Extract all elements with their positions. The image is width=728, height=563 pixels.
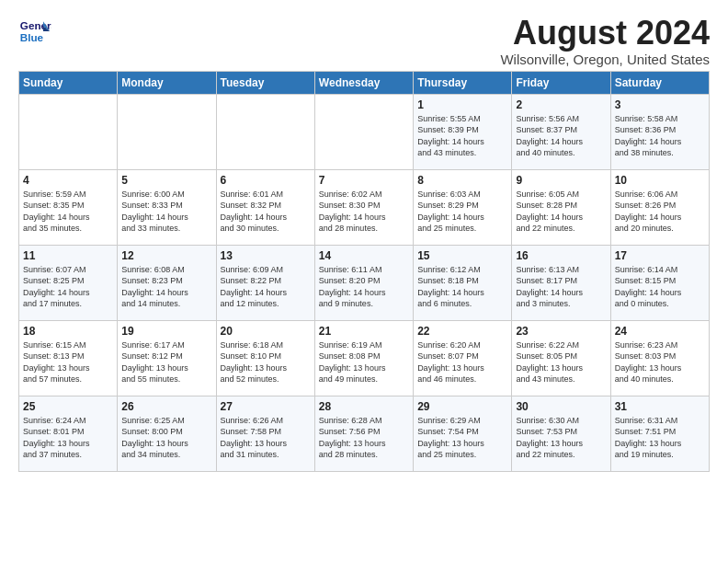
calendar-cell [118,94,216,169]
calendar-cell: 24Sunrise: 6:23 AM Sunset: 8:03 PM Dayli… [610,320,709,396]
day-info: Sunrise: 5:55 AM Sunset: 8:39 PM Dayligh… [417,113,507,159]
day-info: Sunrise: 6:13 AM Sunset: 8:17 PM Dayligh… [516,264,606,310]
calendar-cell: 15Sunrise: 6:12 AM Sunset: 8:18 PM Dayli… [414,245,512,320]
calendar-table: SundayMondayTuesdayWednesdayThursdayFrid… [18,71,710,472]
calendar-cell: 23Sunrise: 6:22 AM Sunset: 8:05 PM Dayli… [512,320,610,396]
day-number: 17 [615,249,705,262]
day-header-wednesday: Wednesday [314,71,413,94]
calendar-cell: 20Sunrise: 6:18 AM Sunset: 8:10 PM Dayli… [216,320,314,396]
day-info: Sunrise: 6:20 AM Sunset: 8:07 PM Dayligh… [417,339,507,385]
day-info: Sunrise: 6:23 AM Sunset: 8:03 PM Dayligh… [615,339,705,385]
day-number: 18 [23,325,113,338]
calendar-cell: 14Sunrise: 6:11 AM Sunset: 8:20 PM Dayli… [314,245,413,320]
day-header-saturday: Saturday [610,71,709,94]
calendar-cell: 31Sunrise: 6:31 AM Sunset: 7:51 PM Dayli… [610,396,709,471]
day-number: 12 [121,249,211,262]
day-number: 29 [417,400,507,413]
day-header-thursday: Thursday [414,71,512,94]
day-info: Sunrise: 6:28 AM Sunset: 7:56 PM Dayligh… [319,415,409,461]
calendar-cell [314,94,413,169]
calendar-cell: 16Sunrise: 6:13 AM Sunset: 8:17 PM Dayli… [512,245,610,320]
day-number: 19 [121,325,211,338]
title-area: August 2024 Wilsonville, Oregon, United … [500,15,710,67]
day-info: Sunrise: 6:31 AM Sunset: 7:51 PM Dayligh… [615,415,705,461]
day-info: Sunrise: 6:05 AM Sunset: 8:28 PM Dayligh… [516,189,606,235]
day-number: 6 [221,174,311,187]
calendar-cell: 17Sunrise: 6:14 AM Sunset: 8:15 PM Dayli… [610,245,709,320]
day-info: Sunrise: 6:12 AM Sunset: 8:18 PM Dayligh… [417,264,507,310]
location-title: Wilsonville, Oregon, United States [500,52,710,67]
day-info: Sunrise: 6:01 AM Sunset: 8:32 PM Dayligh… [221,189,311,235]
calendar-cell: 13Sunrise: 6:09 AM Sunset: 8:22 PM Dayli… [216,245,314,320]
day-number: 23 [516,325,606,338]
day-info: Sunrise: 6:00 AM Sunset: 8:33 PM Dayligh… [121,189,211,235]
calendar-cell [19,94,118,169]
calendar-cell: 1Sunrise: 5:55 AM Sunset: 8:39 PM Daylig… [414,94,512,169]
day-header-monday: Monday [118,71,216,94]
day-info: Sunrise: 5:56 AM Sunset: 8:37 PM Dayligh… [516,113,606,159]
calendar-cell: 28Sunrise: 6:28 AM Sunset: 7:56 PM Dayli… [314,396,413,471]
day-info: Sunrise: 6:11 AM Sunset: 8:20 PM Dayligh… [319,264,409,310]
day-info: Sunrise: 5:59 AM Sunset: 8:35 PM Dayligh… [23,189,113,235]
page-header: General Blue August 2024 Wilsonville, Or… [18,15,710,67]
calendar-cell: 26Sunrise: 6:25 AM Sunset: 8:00 PM Dayli… [118,396,216,471]
day-number: 25 [23,400,113,413]
calendar-cell: 10Sunrise: 6:06 AM Sunset: 8:26 PM Dayli… [610,169,709,245]
day-info: Sunrise: 6:30 AM Sunset: 7:53 PM Dayligh… [516,415,606,461]
calendar-cell: 6Sunrise: 6:01 AM Sunset: 8:32 PM Daylig… [216,169,314,245]
day-number: 22 [417,325,507,338]
calendar-cell: 18Sunrise: 6:15 AM Sunset: 8:13 PM Dayli… [19,320,118,396]
day-info: Sunrise: 6:26 AM Sunset: 7:58 PM Dayligh… [221,415,311,461]
day-info: Sunrise: 6:08 AM Sunset: 8:23 PM Dayligh… [121,264,211,310]
day-number: 4 [23,174,113,187]
day-number: 1 [417,98,507,111]
day-number: 27 [221,400,311,413]
day-number: 5 [121,174,211,187]
day-info: Sunrise: 6:25 AM Sunset: 8:00 PM Dayligh… [121,415,211,461]
day-number: 20 [221,325,311,338]
day-number: 9 [516,174,606,187]
day-info: Sunrise: 6:18 AM Sunset: 8:10 PM Dayligh… [221,339,311,385]
day-number: 10 [615,174,705,187]
logo-icon: General Blue [18,15,51,48]
day-number: 31 [615,400,705,413]
day-info: Sunrise: 6:03 AM Sunset: 8:29 PM Dayligh… [417,189,507,235]
month-title: August 2024 [500,15,710,52]
day-number: 26 [121,400,211,413]
day-number: 14 [319,249,409,262]
calendar-cell: 2Sunrise: 5:56 AM Sunset: 8:37 PM Daylig… [512,94,610,169]
day-number: 3 [615,98,705,111]
day-info: Sunrise: 6:22 AM Sunset: 8:05 PM Dayligh… [516,339,606,385]
day-number: 30 [516,400,606,413]
calendar-cell: 21Sunrise: 6:19 AM Sunset: 8:08 PM Dayli… [314,320,413,396]
calendar-cell: 30Sunrise: 6:30 AM Sunset: 7:53 PM Dayli… [512,396,610,471]
day-info: Sunrise: 6:07 AM Sunset: 8:25 PM Dayligh… [23,264,113,310]
calendar-cell: 25Sunrise: 6:24 AM Sunset: 8:01 PM Dayli… [19,396,118,471]
day-number: 15 [417,249,507,262]
day-info: Sunrise: 6:14 AM Sunset: 8:15 PM Dayligh… [615,264,705,310]
day-info: Sunrise: 6:19 AM Sunset: 8:08 PM Dayligh… [319,339,409,385]
day-info: Sunrise: 6:02 AM Sunset: 8:30 PM Dayligh… [319,189,409,235]
day-header-tuesday: Tuesday [216,71,314,94]
day-number: 2 [516,98,606,111]
logo: General Blue [18,15,51,48]
calendar-cell [216,94,314,169]
calendar-cell: 8Sunrise: 6:03 AM Sunset: 8:29 PM Daylig… [414,169,512,245]
calendar-cell: 11Sunrise: 6:07 AM Sunset: 8:25 PM Dayli… [19,245,118,320]
calendar-cell: 9Sunrise: 6:05 AM Sunset: 8:28 PM Daylig… [512,169,610,245]
calendar-cell: 29Sunrise: 6:29 AM Sunset: 7:54 PM Dayli… [414,396,512,471]
day-number: 16 [516,249,606,262]
day-info: Sunrise: 6:09 AM Sunset: 8:22 PM Dayligh… [221,264,311,310]
calendar-cell: 12Sunrise: 6:08 AM Sunset: 8:23 PM Dayli… [118,245,216,320]
day-number: 8 [417,174,507,187]
day-number: 21 [319,325,409,338]
day-info: Sunrise: 6:24 AM Sunset: 8:01 PM Dayligh… [23,415,113,461]
calendar-cell: 27Sunrise: 6:26 AM Sunset: 7:58 PM Dayli… [216,396,314,471]
day-number: 24 [615,325,705,338]
calendar-cell: 22Sunrise: 6:20 AM Sunset: 8:07 PM Dayli… [414,320,512,396]
svg-text:Blue: Blue [20,31,44,43]
day-info: Sunrise: 6:29 AM Sunset: 7:54 PM Dayligh… [417,415,507,461]
calendar-cell: 3Sunrise: 5:58 AM Sunset: 8:36 PM Daylig… [610,94,709,169]
day-info: Sunrise: 5:58 AM Sunset: 8:36 PM Dayligh… [615,113,705,159]
calendar-cell: 19Sunrise: 6:17 AM Sunset: 8:12 PM Dayli… [118,320,216,396]
